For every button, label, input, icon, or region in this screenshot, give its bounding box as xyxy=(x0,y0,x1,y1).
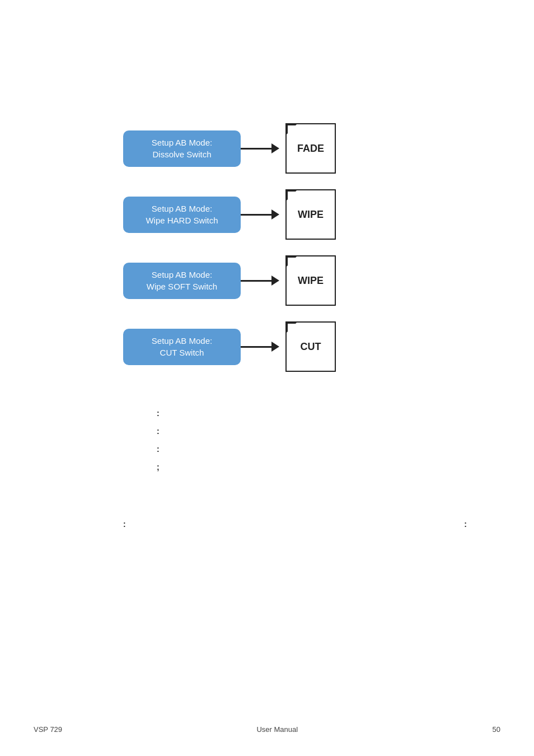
footer-title: User Manual xyxy=(256,725,298,734)
button-box-3: CUT xyxy=(285,321,336,372)
arrow-line-0 xyxy=(241,148,271,150)
diagram-row-2: Setup AB Mode:Wipe SOFT SwitchWIPE xyxy=(123,255,500,306)
text-colon-3: ; xyxy=(157,459,160,475)
setup-box-1: Setup AB Mode:Wipe HARD Switch xyxy=(123,197,241,233)
setup-line2-2: Wipe SOFT Switch xyxy=(147,281,217,292)
diagram-row-0: Setup AB Mode:Dissolve SwitchFADE xyxy=(123,123,500,174)
text-line-1: : xyxy=(157,423,500,439)
setup-line1-3: Setup AB Mode: xyxy=(152,335,212,347)
button-box-0: FADE xyxy=(285,123,336,174)
bottom-left-colon: : xyxy=(123,520,126,529)
arrow-head-1 xyxy=(271,209,279,220)
button-label-1: WIPE xyxy=(298,209,324,221)
footer: VSP 729 User Manual 50 xyxy=(34,725,500,734)
button-label-0: FADE xyxy=(297,143,324,155)
text-colon-0: : xyxy=(157,405,160,421)
footer-page: 50 xyxy=(493,725,500,734)
arrow-line-2 xyxy=(241,280,271,282)
page: Setup AB Mode:Dissolve SwitchFADESetup A… xyxy=(0,0,534,756)
button-label-2: WIPE xyxy=(298,275,324,287)
arrow-line-3 xyxy=(241,346,271,348)
setup-box-3: Setup AB Mode:CUT Switch xyxy=(123,329,241,365)
bottom-right-colon: : xyxy=(464,520,467,529)
footer-product: VSP 729 xyxy=(34,725,62,734)
button-label-3: CUT xyxy=(301,341,321,353)
diagram-section: Setup AB Mode:Dissolve SwitchFADESetup A… xyxy=(123,123,500,372)
bottom-left-text: : xyxy=(123,520,126,529)
button-box-1: WIPE xyxy=(285,189,336,240)
setup-box-0: Setup AB Mode:Dissolve Switch xyxy=(123,130,241,167)
setup-line2-1: Wipe HARD Switch xyxy=(146,214,218,226)
setup-line1-0: Setup AB Mode: xyxy=(152,137,212,148)
bottom-section: : : xyxy=(123,520,467,529)
arrow-3 xyxy=(241,342,285,352)
setup-line2-0: Dissolve Switch xyxy=(152,148,211,160)
arrow-1 xyxy=(241,209,285,220)
text-line-2: : xyxy=(157,441,500,457)
arrow-2 xyxy=(241,276,285,286)
text-line-3: ; xyxy=(157,459,500,475)
arrow-line-1 xyxy=(241,214,271,216)
setup-box-2: Setup AB Mode:Wipe SOFT Switch xyxy=(123,263,241,299)
text-section: :::; xyxy=(157,405,500,475)
diagram-row-1: Setup AB Mode:Wipe HARD SwitchWIPE xyxy=(123,189,500,240)
diagram-row-3: Setup AB Mode:CUT SwitchCUT xyxy=(123,321,500,372)
setup-line1-2: Setup AB Mode: xyxy=(152,269,212,281)
bottom-right-text: : xyxy=(464,520,467,529)
arrow-head-2 xyxy=(271,276,279,286)
text-colon-1: : xyxy=(157,423,160,439)
button-box-2: WIPE xyxy=(285,255,336,306)
arrow-0 xyxy=(241,143,285,153)
arrow-head-0 xyxy=(271,143,279,153)
arrow-head-3 xyxy=(271,342,279,352)
text-colon-2: : xyxy=(157,441,160,457)
setup-line1-1: Setup AB Mode: xyxy=(152,203,212,214)
setup-line2-3: CUT Switch xyxy=(160,347,204,358)
text-line-0: : xyxy=(157,405,500,421)
